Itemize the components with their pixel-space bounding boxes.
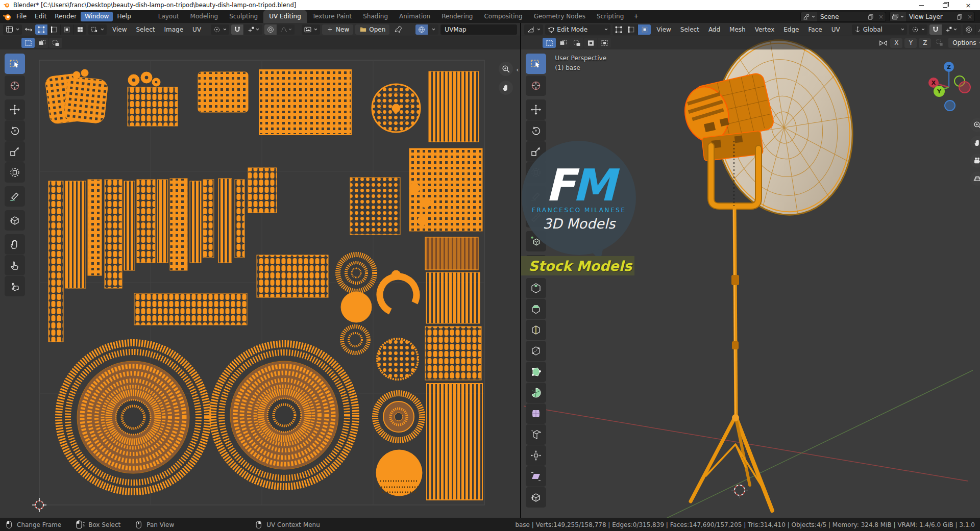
tool-smooth[interactable]	[526, 403, 546, 424]
gizmo-y-label[interactable]: Y	[937, 88, 942, 95]
select-mode-subtract-button[interactable]	[570, 38, 583, 48]
proportional-editing-toggle[interactable]	[264, 24, 277, 35]
gizmo-neg-x[interactable]	[959, 82, 970, 93]
tool-inset-faces[interactable]	[526, 278, 546, 298]
uv-select-edge-button[interactable]	[48, 24, 61, 35]
pivot-point-dropdown[interactable]	[211, 24, 229, 35]
uv-menu-select[interactable]: Select	[132, 24, 158, 35]
select-mode-intersect-button[interactable]	[598, 38, 611, 48]
navigation-gizmo[interactable]: Z X Y	[921, 58, 977, 114]
snap-toggle[interactable]	[929, 24, 942, 35]
vp-menu-uv[interactable]: UV	[828, 24, 844, 35]
tab-scripting[interactable]: Scripting	[591, 10, 629, 23]
tool-loop-cut[interactable]	[526, 320, 546, 340]
sticky-selection-dropdown[interactable]	[88, 24, 107, 35]
tool-select-box[interactable]	[526, 54, 546, 74]
snap-toggle[interactable]	[231, 24, 244, 35]
uv-select-island-button[interactable]	[74, 24, 86, 35]
tool-rip-region[interactable]	[526, 487, 546, 508]
add-workspace-button[interactable]: +	[629, 10, 643, 23]
tool-scale[interactable]	[5, 141, 25, 162]
gizmo-z-label[interactable]: Z	[947, 64, 951, 70]
menu-window[interactable]: Window	[81, 12, 113, 21]
vp-menu-add[interactable]: Add	[705, 24, 724, 35]
browse-image-dropdown[interactable]	[302, 24, 320, 35]
menu-render[interactable]: Render	[51, 12, 81, 21]
tool-move[interactable]	[5, 99, 25, 120]
snap-with-dropdown[interactable]	[244, 24, 262, 35]
tool-spin[interactable]	[526, 383, 546, 403]
tab-uv-editing[interactable]: UV Editing	[263, 10, 307, 23]
view-layer-selector[interactable]: View Layer ×	[889, 12, 975, 22]
uv-select-vertex-button[interactable]	[35, 24, 48, 35]
mirror-icon[interactable]	[878, 38, 888, 48]
uv-menu-image[interactable]: Image	[161, 24, 187, 35]
restore-button[interactable]	[933, 0, 957, 10]
tool-grab[interactable]	[5, 234, 25, 255]
options-dropdown[interactable]: Options	[948, 38, 980, 48]
uv-menu-view[interactable]: View	[109, 24, 130, 35]
blender-logo-icon[interactable]	[2, 12, 12, 22]
menu-edit[interactable]: Edit	[31, 12, 51, 21]
tool-rip-region[interactable]	[5, 210, 25, 231]
select-mode-extend-button[interactable]	[556, 38, 570, 48]
uv-canvas[interactable]	[0, 36, 520, 518]
transform-orientation-dropdown[interactable]: Global	[852, 24, 907, 35]
uv-sidebar-toggle[interactable]: ‹	[516, 66, 519, 73]
vp-menu-select[interactable]: Select	[677, 24, 703, 35]
open-image-button[interactable]: Open	[355, 24, 389, 35]
select-mode-new-button[interactable]	[543, 38, 556, 48]
mirror-y-button[interactable]: Y	[904, 38, 917, 48]
uv-map-name-field[interactable]: UVMap	[440, 24, 517, 35]
snap-with-dropdown[interactable]	[942, 24, 961, 35]
unlink-scene-button[interactable]: ×	[876, 13, 886, 20]
uv-sync-selection-toggle[interactable]	[24, 25, 33, 34]
tab-shading[interactable]: Shading	[357, 10, 394, 23]
tab-layout[interactable]: Layout	[153, 10, 185, 23]
uv-select-face-button[interactable]	[61, 24, 74, 35]
gizmo-x-label[interactable]: X	[931, 80, 936, 86]
tool-edge-slide[interactable]	[526, 424, 546, 445]
face-select-button[interactable]	[638, 24, 651, 35]
edge-select-button[interactable]	[625, 24, 638, 35]
proportional-falloff-dropdown[interactable]	[975, 24, 980, 35]
tab-modeling[interactable]: Modeling	[185, 10, 224, 23]
tool-knife[interactable]	[526, 341, 546, 361]
vp-menu-mesh[interactable]: Mesh	[726, 24, 749, 35]
uv-menu-uv[interactable]: UV	[189, 24, 205, 35]
new-scene-button[interactable]	[865, 13, 876, 20]
vp-menu-view[interactable]: View	[653, 24, 674, 35]
snap-base-icon[interactable]	[935, 38, 944, 47]
scene-selector[interactable]: Scene ×	[800, 12, 886, 22]
menu-help[interactable]: Help	[113, 12, 135, 21]
vertex-select-button[interactable]	[612, 24, 625, 35]
menu-file[interactable]: File	[12, 12, 31, 21]
mirror-z-button[interactable]: Z	[919, 38, 931, 48]
vp-menu-vertex[interactable]: Vertex	[751, 24, 778, 35]
vp-menu-face[interactable]: Face	[804, 24, 825, 35]
select-mode-extend-button[interactable]	[35, 38, 48, 48]
tool-relax[interactable]	[5, 255, 25, 275]
editor-type-button[interactable]	[3, 24, 22, 35]
editor-type-button[interactable]	[524, 24, 543, 35]
proportional-falloff-dropdown[interactable]	[277, 24, 295, 35]
uv-map-dropdown[interactable]	[428, 24, 438, 35]
tab-compositing[interactable]: Compositing	[478, 10, 528, 23]
vp-menu-edge[interactable]: Edge	[780, 24, 802, 35]
close-button[interactable]: ×	[957, 0, 980, 10]
tool-cursor[interactable]	[5, 75, 25, 96]
select-mode-subtract-button[interactable]	[49, 38, 62, 48]
tool-poly-build[interactable]	[526, 362, 546, 382]
tool-shrink-fatten[interactable]	[526, 445, 546, 466]
new-view-layer-button[interactable]	[954, 13, 965, 20]
tool-cursor[interactable]	[526, 75, 546, 96]
tool-shear[interactable]	[526, 466, 546, 487]
viewport-canvas[interactable]	[521, 36, 973, 518]
remove-view-layer-button[interactable]: ×	[965, 13, 974, 20]
mode-dropdown[interactable]: Edit Mode	[545, 24, 610, 35]
tab-rendering[interactable]: Rendering	[436, 10, 478, 23]
tab-animation[interactable]: Animation	[394, 10, 436, 23]
minimize-button[interactable]	[910, 0, 933, 10]
tool-bevel[interactable]	[526, 299, 546, 319]
mirror-x-button[interactable]: X	[890, 38, 902, 48]
